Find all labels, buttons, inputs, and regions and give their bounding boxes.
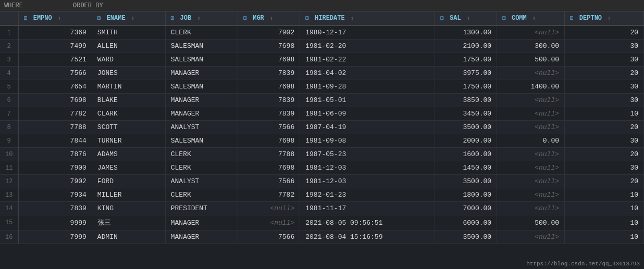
cell-mgr: <null> <box>238 202 300 215</box>
cell-comm: 0.00 <box>497 134 565 148</box>
deptno-icon: ⊞ <box>570 15 574 21</box>
cell-sal: 7000.00 <box>435 202 497 215</box>
cell-deptno: 10 <box>565 215 644 230</box>
col-hiredate[interactable]: ⊞ HIREDATE ⇕ <box>300 11 435 25</box>
cell-comm: 500.00 <box>497 215 565 230</box>
deptno-sort: ⇕ <box>608 16 611 21</box>
cell-hiredate: 2021-08-04 15:16:59 <box>300 230 435 244</box>
table-row[interactable]: 16 7999 ADMIN MANAGER 7566 2021-08-04 15… <box>0 230 644 244</box>
cell-empno: 7844 <box>18 134 92 148</box>
sal-sort: ⇕ <box>467 16 470 21</box>
cell-rownum: 13 <box>0 188 18 202</box>
cell-rownum: 1 <box>0 25 18 40</box>
col-comm[interactable]: ⊞ COMM ⇕ <box>497 11 565 25</box>
cell-job: MANAGER <box>165 215 238 230</box>
cell-job: PRESIDENT <box>165 202 238 215</box>
cell-sal: 6000.00 <box>435 215 497 230</box>
table-row[interactable]: 5 7654 MARTIN SALESMAN 7698 1981-09-28 1… <box>0 80 644 94</box>
cell-job: CLERK <box>165 188 238 202</box>
cell-empno: 7566 <box>18 67 92 80</box>
cell-deptno: 30 <box>565 80 644 94</box>
cell-hiredate: 1981-11-17 <box>300 202 435 215</box>
cell-empno: 7369 <box>18 25 92 40</box>
cell-comm: <null> <box>497 94 565 107</box>
cell-empno: 7839 <box>18 202 92 215</box>
cell-sal: 2100.00 <box>435 40 497 53</box>
null-value: <null> <box>535 191 559 199</box>
col-ename[interactable]: ⊞ ENAME ⇕ <box>92 11 165 25</box>
cell-mgr: 7698 <box>238 40 300 53</box>
cell-comm: <null> <box>497 148 565 161</box>
table-row[interactable]: 10 7876 ADAMS CLERK 7788 1987-05-23 1600… <box>0 148 644 161</box>
null-value: <null> <box>270 204 294 212</box>
cell-hiredate: 1981-06-09 <box>300 107 435 121</box>
col-sal[interactable]: ⊞ SAL ⇕ <box>435 11 497 25</box>
cell-comm: <null> <box>497 230 565 244</box>
cell-job: MANAGER <box>165 94 238 107</box>
ename-icon: ⊞ <box>97 15 101 21</box>
cell-ename: ADMIN <box>92 230 165 244</box>
cell-rownum: 11 <box>0 161 18 175</box>
cell-hiredate: 1982-01-23 <box>300 188 435 202</box>
cell-job: MANAGER <box>165 107 238 121</box>
null-value: <null> <box>535 110 559 118</box>
col-deptno[interactable]: ⊞ DEPTNO ⇕ <box>565 11 644 25</box>
cell-rownum: 9 <box>0 134 18 148</box>
table-row[interactable]: 14 7839 KING PRESIDENT <null> 1981-11-17… <box>0 202 644 215</box>
table-row[interactable]: 6 7698 BLAKE MANAGER 7839 1981-05-01 385… <box>0 94 644 107</box>
cell-ename: CLARK <box>92 107 165 121</box>
cell-rownum: 3 <box>0 53 18 67</box>
cell-mgr: 7698 <box>238 80 300 94</box>
col-empno[interactable]: ⊞ EMPNO ⇕ <box>18 11 92 25</box>
col-mgr[interactable]: ⊞ MGR ⇕ <box>238 11 300 25</box>
null-value: <null> <box>535 123 559 131</box>
table-row[interactable]: 12 7902 FORD ANALYST 7566 1981-12-03 350… <box>0 175 644 188</box>
cell-empno: 7782 <box>18 107 92 121</box>
cell-deptno: 30 <box>565 94 644 107</box>
cell-ename: TURNER <box>92 134 165 148</box>
cell-empno: 7788 <box>18 121 92 134</box>
table-row[interactable]: 7 7782 CLARK MANAGER 7839 1981-06-09 345… <box>0 107 644 121</box>
cell-ename: 张三 <box>92 215 165 230</box>
null-value: <null> <box>535 204 559 212</box>
cell-hiredate: 1987-04-19 <box>300 121 435 134</box>
cell-empno: 7900 <box>18 161 92 175</box>
cell-comm: 500.00 <box>497 53 565 67</box>
ename-sort: ⇕ <box>131 16 134 21</box>
hiredate-icon: ⊞ <box>305 15 309 21</box>
cell-hiredate: 1981-12-03 <box>300 175 435 188</box>
cell-hiredate: 1981-09-08 <box>300 134 435 148</box>
table-row[interactable]: 9 7844 TURNER SALESMAN 7698 1981-09-08 2… <box>0 134 644 148</box>
cell-comm: <null> <box>497 175 565 188</box>
cell-hiredate: 1987-05-23 <box>300 148 435 161</box>
table-row[interactable]: 8 7788 SCOTT ANALYST 7566 1987-04-19 350… <box>0 121 644 134</box>
table-row[interactable]: 1 7369 SMITH CLERK 7902 1980-12-17 1300.… <box>0 25 644 40</box>
col-job[interactable]: ⊞ JOB ⇕ <box>165 11 238 25</box>
table-row[interactable]: 15 9999 张三 MANAGER <null> 2021-08-05 09:… <box>0 215 644 230</box>
cell-job: SALESMAN <box>165 80 238 94</box>
cell-ename: ADAMS <box>92 148 165 161</box>
table-row[interactable]: 2 7499 ALLEN SALESMAN 7698 1981-02-20 21… <box>0 40 644 53</box>
cell-ename: FORD <box>92 175 165 188</box>
null-value: <null> <box>535 164 559 172</box>
null-value: <null> <box>535 69 559 77</box>
cell-empno: 9999 <box>18 215 92 230</box>
comm-sort: ⇕ <box>532 16 536 21</box>
cell-deptno: 30 <box>565 134 644 148</box>
cell-ename: JAMES <box>92 161 165 175</box>
cell-rownum: 15 <box>0 215 18 230</box>
cell-sal: 1750.00 <box>435 53 497 67</box>
table-row[interactable]: 3 7521 WARD SALESMAN 7698 1981-02-22 175… <box>0 53 644 67</box>
table-row[interactable]: 4 7566 JONES MANAGER 7839 1981-04-02 397… <box>0 67 644 80</box>
cell-deptno: 20 <box>565 148 644 161</box>
col-rownum <box>0 11 18 25</box>
null-value: <null> <box>535 233 559 241</box>
null-value: <null> <box>535 177 559 185</box>
cell-sal: 3975.00 <box>435 67 497 80</box>
null-value: <null> <box>535 150 559 158</box>
table-container[interactable]: ⊞ EMPNO ⇕ ⊞ ENAME ⇕ ⊞ JOB ⇕ ⊞ MGR ⇕ <box>0 11 644 269</box>
table-row[interactable]: 11 7900 JAMES CLERK 7698 1981-12-03 1450… <box>0 161 644 175</box>
cell-sal: 1750.00 <box>435 80 497 94</box>
cell-hiredate: 2021-08-05 09:56:51 <box>300 215 435 230</box>
table-row[interactable]: 13 7934 MILLER CLERK 7782 1982-01-23 180… <box>0 188 644 202</box>
